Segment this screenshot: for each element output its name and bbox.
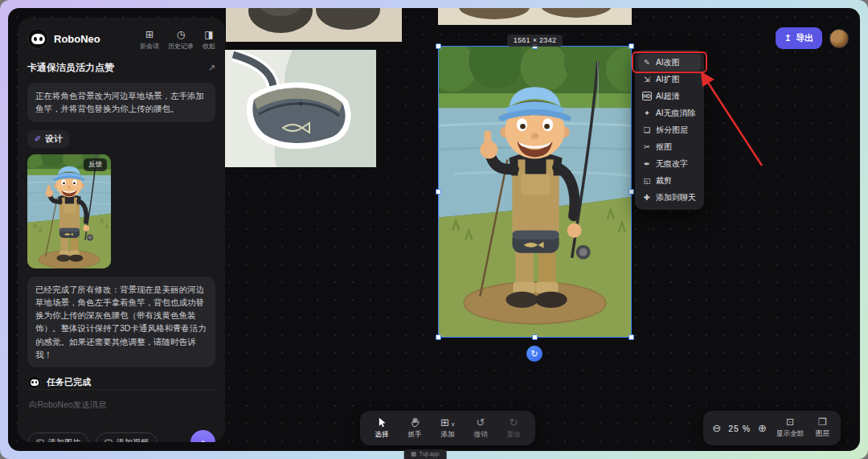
menu-item-ai-erase[interactable]: ✦ AI无痕消除	[638, 105, 701, 121]
tool-redo[interactable]: ↻ 重做	[497, 416, 530, 440]
selection-size-label: 1561 × 2342	[507, 35, 563, 47]
plus-chat-icon: ✚	[642, 193, 652, 203]
menu-item-cutout[interactable]: ✂ 抠图	[638, 138, 701, 155]
resize-handle-s[interactable]	[532, 334, 538, 340]
layers-button[interactable]: ❐ 图层	[813, 417, 832, 439]
message-input-zone: 向RoboNeo发送消息 添加图片 添加视频 ↑	[27, 389, 215, 442]
add-video-button[interactable]: 添加视频	[96, 432, 158, 442]
cursor-icon	[377, 417, 387, 428]
chat-sidebar: RoboNeo ⊞ 新会话 ◷ 历史记录 ◨ 收起	[18, 18, 225, 442]
expand-icon: ⇲	[642, 75, 652, 84]
menu-item-crop[interactable]: ◱ 裁剪	[638, 172, 701, 189]
session-title-row: 卡通保洁员活力点赞 ↗	[27, 61, 215, 75]
pencil-icon: ✎	[642, 58, 652, 68]
history-button[interactable]: ◷ 历史记录	[168, 30, 194, 51]
sidebar-header-actions: ⊞ 新会话 ◷ 历史记录 ◨ 收起	[140, 28, 215, 51]
brand-name: RoboNeo	[54, 33, 100, 45]
undo-icon: ↺	[477, 416, 485, 428]
brand: RoboNeo	[27, 28, 100, 49]
new-chat-icon: ⊞	[145, 30, 154, 40]
menu-item-ai-super-resolution[interactable]: HD AI超清	[638, 88, 701, 105]
assistant-message-result: 已经完成了所有修改：背景现在是美丽的河边草地场景，角色左手拿着鱼竿，背包也成功替…	[27, 277, 215, 368]
fit-view-button[interactable]: ⊡ 显示全部	[774, 417, 806, 439]
menu-item-seamless-text-edit[interactable]: ✒ 无痕改字	[638, 155, 701, 172]
task-status-row: 任务已完成	[27, 375, 215, 389]
zoom-in-icon[interactable]: ⊕	[758, 423, 767, 433]
main-toolbar: 选择 抓手 ⊞∨ 添加 ↺ 撤销 ↻ 重做	[360, 411, 535, 445]
tool-select[interactable]: 选择	[366, 416, 398, 440]
message-input[interactable]: 向RoboNeo发送消息	[27, 396, 215, 430]
menu-item-ai-edit-image[interactable]: ✎ AI改图	[638, 54, 701, 71]
design-result-thumbnail[interactable]: 反馈	[27, 154, 111, 268]
design-step-badge: ✐ 设计	[27, 130, 69, 148]
selected-image-fisherman[interactable]	[438, 46, 632, 338]
zoom-level: 25 %	[728, 424, 751, 433]
clock-icon: ◷	[177, 30, 185, 40]
pen-nib-icon: ✒	[642, 159, 652, 169]
crop-icon: ◱	[642, 176, 652, 186]
resize-handle-e[interactable]	[628, 189, 634, 195]
share-icon[interactable]: ↗	[208, 63, 215, 73]
chevron-down-icon: ∨	[451, 418, 455, 430]
send-button[interactable]: ↑	[190, 430, 215, 442]
sparkle-eraser-icon: ✦	[642, 109, 652, 118]
app-dot-icon	[411, 452, 416, 457]
arrow-up-icon: ↑	[200, 436, 206, 442]
tool-hand[interactable]: 抓手	[399, 416, 431, 440]
zoom-bar: ⊖ 25 % ⊕ ⊡ 显示全部 ❐ 图层	[703, 411, 841, 445]
redo-icon: ↻	[510, 416, 518, 428]
editor-canvas[interactable]: 1561 × 2342 ↻ ✎ AI改图 ⇲ AI扩图	[8, 8, 860, 451]
assistant-message-progress: 正在将角色背景改为河边草地场景，左手添加鱼竿，并将背包替换为你上传的腰包。	[27, 83, 215, 122]
export-button[interactable]: ↥ 导出	[776, 27, 822, 49]
refresh-icon: ↻	[530, 349, 538, 359]
new-session-button[interactable]: ⊞ 新会话	[140, 30, 159, 51]
gradient-frame: 1561 × 2342 ↻ ✎ AI改图 ⇲ AI扩图	[0, 0, 868, 459]
add-box-icon: ⊞	[440, 416, 449, 428]
resize-handle-se[interactable]	[628, 334, 634, 340]
layers-split-icon: ❏	[642, 125, 652, 135]
menu-item-add-to-chat[interactable]: ✚ 添加到聊天	[638, 189, 701, 206]
canvas-image-fanny-pack[interactable]	[219, 50, 376, 167]
hd-icon: HD	[642, 92, 652, 100]
tool-undo[interactable]: ↺ 撤销	[465, 416, 497, 440]
scissors-icon: ✂	[642, 142, 652, 152]
input-actions: 添加图片 添加视频 ↑	[27, 430, 215, 442]
topbar: ↥ 导出	[776, 27, 849, 49]
video-icon	[104, 439, 113, 442]
collapse-panel-icon: ◨	[204, 30, 213, 40]
upload-icon: ↥	[784, 33, 792, 43]
menu-item-ai-expand-image[interactable]: ⇲ AI扩图	[638, 71, 701, 88]
tool-add[interactable]: ⊞∨ 添加	[432, 416, 464, 440]
canvas-image-slippers-right[interactable]	[438, 8, 632, 25]
menu-item-split-layers[interactable]: ❏ 拆分图层	[638, 121, 701, 138]
roboneo-mini-logo-icon	[27, 375, 41, 389]
watermark: Tuji.app	[404, 449, 447, 459]
resize-handle-w[interactable]	[436, 189, 441, 195]
fit-screen-icon: ⊡	[786, 417, 794, 428]
ai-quick-action-button[interactable]: ↻	[526, 346, 542, 362]
layers-icon: ❐	[818, 417, 827, 428]
context-menu: ✎ AI改图 ⇲ AI扩图 HD AI超清 ✦ AI无痕消除 ❏ 拆分图层 ✂ …	[635, 50, 704, 210]
resize-handle-sw[interactable]	[436, 334, 441, 340]
sidebar-header: RoboNeo ⊞ 新会话 ◷ 历史记录 ◨ 收起	[27, 28, 215, 51]
roboneo-logo-icon	[27, 28, 48, 49]
design-pen-icon: ✐	[35, 134, 41, 143]
user-avatar[interactable]	[829, 29, 849, 48]
task-status-label: 任务已完成	[47, 376, 91, 388]
session-title: 卡通保洁员活力点赞	[27, 61, 114, 75]
hand-icon	[410, 417, 420, 428]
image-icon	[36, 439, 44, 442]
canvas-image-slippers-left[interactable]	[226, 8, 402, 42]
selection-size-wrap: 1561 × 2342	[438, 31, 632, 47]
add-image-button[interactable]: 添加图片	[27, 432, 89, 442]
zoom-out-icon[interactable]: ⊖	[712, 423, 721, 433]
feedback-badge[interactable]: 反馈	[84, 158, 107, 171]
collapse-button[interactable]: ◨ 收起	[203, 30, 215, 51]
